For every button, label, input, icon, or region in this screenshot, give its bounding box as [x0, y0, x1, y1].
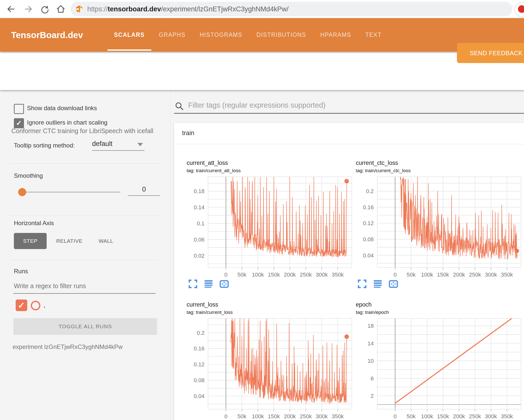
run-color-swatch[interactable]: [31, 301, 40, 310]
ignore-outliers-checkbox[interactable]: ✓: [14, 118, 24, 128]
svg-text:50k: 50k: [238, 413, 247, 419]
svg-text:0: 0: [224, 272, 227, 278]
svg-text:6: 6: [371, 375, 374, 382]
svg-text:0.18: 0.18: [194, 188, 205, 194]
svg-text:200k: 200k: [284, 413, 296, 419]
chevron-down-icon: [137, 143, 143, 146]
svg-text:0.12: 0.12: [363, 220, 374, 226]
smoothing-slider-handle[interactable]: [18, 188, 26, 196]
axis-option-step[interactable]: STEP: [14, 233, 47, 249]
experiment-title-band: Conformer CTC training for LibriSpeech w…: [0, 52, 524, 90]
ignore-outliers-label: Ignore outliers in chart scaling: [27, 119, 107, 126]
fit-domain-icon[interactable]: [219, 279, 229, 289]
experiment-id-label: experiment lzGnETjwRxC3yghNMd4kPw: [13, 343, 123, 350]
chart-plot-current-ctc-loss[interactable]: 0.040.080.120.160.2050k100k150k200k250k3…: [356, 175, 522, 278]
show-download-links-checkbox[interactable]: [14, 104, 24, 114]
chart-plot-current-loss[interactable]: 0.040.080.120.160.2050k100k150k200k250k3…: [187, 316, 353, 419]
svg-text:150k: 150k: [268, 413, 280, 419]
extension-icon[interactable]: [518, 5, 524, 13]
svg-text:300k: 300k: [485, 413, 497, 419]
svg-text:200k: 200k: [453, 272, 465, 278]
tab-distributions[interactable]: DISTRIBUTIONS: [256, 18, 306, 52]
url-path: /experiment/lzGnETjwRxC3yghNMd4kPw/: [161, 5, 289, 13]
fullscreen-icon[interactable]: [357, 279, 367, 289]
experiment-title: Conformer CTC training for LibriSpeech w…: [11, 127, 153, 135]
tooltip-sorting-label: Tooltip sorting method:: [14, 142, 75, 149]
show-download-links-label: Show data download links: [27, 105, 97, 112]
chart-toolbar: [357, 279, 398, 289]
chart-title: epoch: [356, 301, 522, 308]
runs-label: Runs: [14, 268, 28, 275]
filter-underline: [174, 113, 524, 114]
svg-text:350k: 350k: [501, 272, 513, 278]
svg-text:0.08: 0.08: [363, 236, 374, 243]
chart-tag: tag: train/current_loss: [187, 310, 353, 315]
home-icon[interactable]: [56, 4, 66, 14]
svg-text:0.2: 0.2: [197, 330, 205, 336]
runs-filter-input[interactable]: [13, 282, 156, 294]
address-bar[interactable]: https://tensorboard.dev/experiment/lzGnE…: [71, 2, 512, 16]
axis-option-relative[interactable]: RELATIVE: [53, 233, 86, 249]
settings-sidebar: Show data download links ✓ Ignore outlie…: [0, 90, 171, 420]
chart-title: current_att_loss: [187, 160, 353, 166]
log-scale-icon[interactable]: [373, 279, 383, 289]
main-nav: SCALARS GRAPHS HISTOGRAMS DISTRIBUTIONS …: [114, 18, 382, 52]
svg-text:50k: 50k: [238, 272, 247, 278]
tag-group-header[interactable]: train: [174, 123, 524, 144]
svg-text:150k: 150k: [437, 272, 449, 278]
chart-title: current_loss: [187, 301, 353, 308]
tensorboard-favicon: [75, 5, 84, 13]
reload-icon[interactable]: [40, 4, 49, 14]
svg-text:0.1: 0.1: [197, 220, 205, 227]
chart-plot-current-att-loss[interactable]: 0.020.060.10.140.18050k100k150k200k250k3…: [187, 175, 353, 278]
filter-tags-row: [174, 100, 524, 115]
back-icon[interactable]: [6, 4, 16, 14]
chart-card-current-loss: current_loss tag: train/current_loss 0.0…: [187, 301, 353, 420]
svg-text:350k: 350k: [332, 272, 344, 278]
tab-graphs[interactable]: GRAPHS: [159, 18, 186, 52]
svg-text:0.06: 0.06: [194, 236, 205, 243]
svg-text:150k: 150k: [437, 413, 449, 419]
svg-text:300k: 300k: [316, 413, 328, 419]
tab-hparams[interactable]: HPARAMS: [320, 18, 351, 52]
svg-text:18: 18: [368, 323, 374, 329]
svg-text:250k: 250k: [300, 272, 312, 278]
svg-text:100k: 100k: [421, 413, 433, 419]
smoothing-value-input[interactable]: [128, 185, 160, 196]
forward-icon[interactable]: [24, 4, 33, 14]
run-checkbox[interactable]: ✓: [16, 299, 27, 311]
svg-text:150k: 150k: [268, 272, 280, 278]
log-scale-icon[interactable]: [204, 279, 213, 289]
chart-toolbar: [188, 279, 229, 289]
tooltip-sorting-dropdown[interactable]: default: [92, 140, 144, 151]
svg-text:0: 0: [394, 413, 397, 419]
app-logo: TensorBoard.dev: [11, 18, 83, 52]
check-icon: ✓: [16, 299, 27, 311]
send-feedback-button[interactable]: SEND FEEDBACK: [457, 43, 524, 63]
svg-text:0.02: 0.02: [194, 253, 205, 259]
check-icon: ✓: [15, 119, 23, 128]
svg-text:0.12: 0.12: [194, 361, 205, 368]
run-name: .: [43, 300, 46, 310]
smoothing-slider-track[interactable]: [21, 192, 121, 193]
filter-tags-input[interactable]: [188, 101, 521, 110]
svg-text:0.04: 0.04: [194, 393, 205, 399]
chart-plot-epoch[interactable]: 26101418050k100k150k200k250k300k350k: [356, 316, 522, 419]
svg-text:50k: 50k: [407, 272, 416, 278]
chart-title: current_ctc_loss: [356, 160, 522, 166]
toggle-all-runs-button[interactable]: TOGGLE ALL RUNS: [13, 318, 157, 335]
fullscreen-icon[interactable]: [188, 279, 198, 289]
svg-text:0.04: 0.04: [363, 252, 374, 259]
tab-scalars[interactable]: SCALARS: [114, 18, 145, 52]
axis-option-wall[interactable]: WALL: [92, 233, 120, 249]
tab-text[interactable]: TEXT: [365, 18, 382, 52]
svg-text:100k: 100k: [252, 413, 264, 419]
chart-tag: tag: train/current_ctc_loss: [356, 168, 522, 173]
tooltip-sorting-value: default: [92, 140, 112, 147]
fit-domain-icon[interactable]: [389, 279, 398, 289]
search-icon: [174, 101, 184, 111]
url-text: https://tensorboard.dev/experiment/lzGnE…: [87, 2, 288, 16]
tab-histograms[interactable]: HISTOGRAMS: [200, 18, 242, 52]
svg-text:0.08: 0.08: [194, 377, 205, 383]
smoothing-label: Smoothing: [14, 172, 43, 179]
